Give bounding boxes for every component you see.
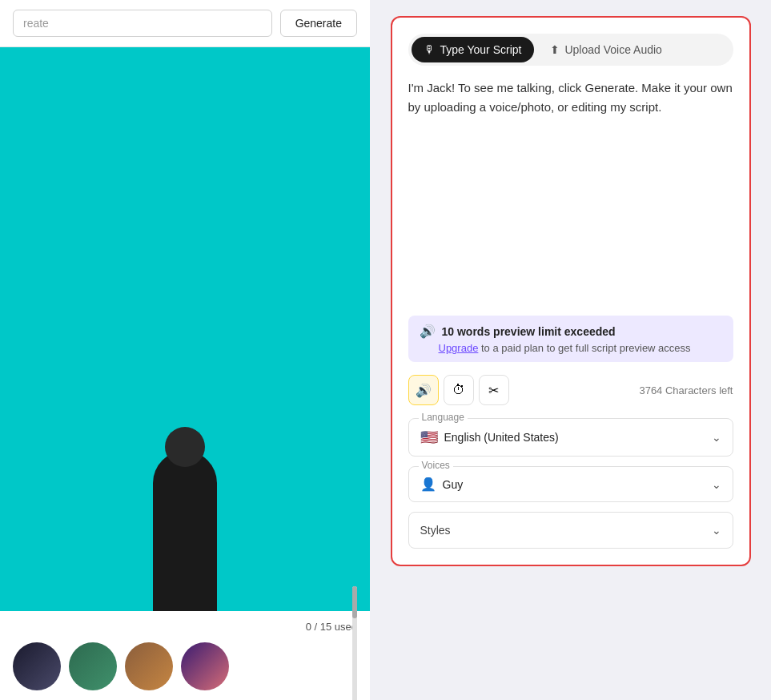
voices-dropdown[interactable]: Voices 👤 Guy ⌄ [408, 466, 733, 502]
person-icon: 👤 [420, 477, 436, 492]
tab-upload-audio[interactable]: ⬆ Upload Voice Audio [537, 37, 674, 62]
avatars-row [13, 642, 229, 690]
avatar-thumb-glasses-male[interactable] [125, 642, 173, 690]
us-flag-icon: 🇺🇸 [420, 428, 438, 446]
upgrade-link[interactable]: Upgrade [439, 342, 479, 354]
right-panel: 🎙 Type Your Script ⬆ Upload Voice Audio … [370, 0, 771, 700]
avatar-thumb-partial[interactable] [181, 642, 229, 690]
avatar-figure [0, 451, 370, 611]
language-dropdown[interactable]: Language 🇺🇸 English (United States) ⌄ [408, 418, 733, 457]
dropdown-group: Language 🇺🇸 English (United States) ⌄ Vo… [408, 418, 733, 549]
warning-text: to a paid plan to get full script previe… [478, 342, 690, 354]
tab-type-script-label: Type Your Script [440, 43, 522, 56]
scissors-icon: ✂ [488, 383, 499, 398]
script-card: 🎙 Type Your Script ⬆ Upload Voice Audio … [391, 16, 751, 566]
language-label: Language [419, 412, 468, 423]
speaker-icon: 🔊 [416, 383, 432, 398]
warning-banner: 🔊 10 words preview limit exceeded Upgrad… [408, 316, 733, 362]
upload-audio-icon: ⬆ [550, 43, 560, 56]
generate-button[interactable]: Generate [280, 10, 357, 37]
scrollbar-track[interactable] [352, 586, 357, 700]
styles-label: Styles [420, 524, 451, 537]
timer-icon: ⏱ [452, 383, 465, 397]
usage-counter: 0 / 15 used [13, 621, 357, 633]
script-toolbar: 🔊 ⏱ ✂ 3764 Characters left [408, 375, 733, 405]
tab-switcher: 🎙 Type Your Script ⬆ Upload Voice Audio [408, 34, 733, 66]
language-text: English (United States) [444, 431, 559, 444]
tab-type-script[interactable]: 🎙 Type Your Script [412, 37, 535, 62]
char-count: 3764 Characters left [639, 384, 733, 396]
styles-chevron-down-icon: ⌄ [712, 524, 721, 537]
warning-subtitle: Upgrade to a paid plan to get full scrip… [420, 342, 722, 354]
script-textarea[interactable] [408, 78, 733, 303]
left-panel: reate Generate 0 / 15 used [0, 0, 370, 700]
scrollbar-thumb[interactable] [352, 586, 357, 618]
language-value: 🇺🇸 English (United States) [420, 428, 559, 446]
styles-dropdown[interactable]: Styles ⌄ [408, 512, 733, 549]
warning-top: 🔊 10 words preview limit exceeded [420, 324, 722, 339]
voices-label: Voices [419, 460, 453, 471]
timer-tool-button[interactable]: ⏱ [444, 375, 474, 405]
top-bar: reate Generate [0, 0, 370, 47]
avatar-preview-area [0, 47, 370, 611]
tab-upload-audio-label: Upload Voice Audio [564, 43, 661, 56]
voices-value: 👤 Guy [420, 477, 464, 492]
toolbar-left: 🔊 ⏱ ✂ [408, 375, 509, 405]
search-input[interactable]: reate [13, 10, 272, 37]
language-chevron-down-icon: ⌄ [712, 431, 721, 444]
voices-text: Guy [443, 478, 464, 491]
avatar-thumb-teal-female[interactable] [69, 642, 117, 690]
type-script-icon: 🎙 [424, 43, 436, 56]
avatar-silhouette [153, 451, 217, 611]
voices-chevron-down-icon: ⌄ [712, 478, 721, 491]
warning-title: 10 words preview limit exceeded [442, 325, 616, 338]
speaker-tool-button[interactable]: 🔊 [408, 375, 439, 405]
bottom-section: 0 / 15 used [0, 611, 370, 700]
scissors-tool-button[interactable]: ✂ [479, 375, 509, 405]
warning-speaker-icon: 🔊 [420, 324, 436, 339]
search-placeholder: reate [23, 17, 49, 30]
avatar-thumb-dark-female[interactable] [13, 642, 61, 690]
